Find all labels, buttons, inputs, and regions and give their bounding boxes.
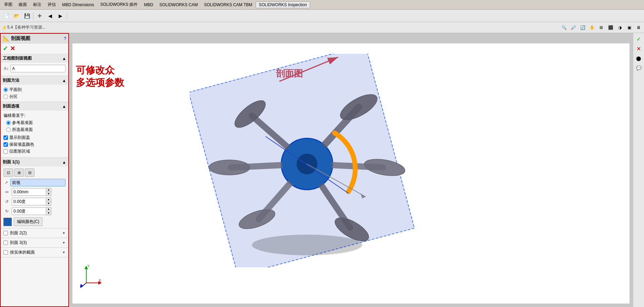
section-engineering-label: 工程图剖面视图 — [3, 55, 32, 61]
menu-mbd-dim[interactable]: MBD Dimensions — [59, 2, 97, 8]
chk-keep-color[interactable]: 保留项盖颜色 — [3, 142, 66, 147]
annotation-line1: 可修改众 — [76, 64, 124, 76]
chk-show-cap-input[interactable] — [3, 135, 8, 140]
plane-field-input[interactable] — [10, 179, 66, 186]
tb-new-btn[interactable]: 📄 — [1, 11, 11, 21]
tb-arrow-left-btn[interactable]: ◀ — [45, 11, 55, 21]
confirm-button[interactable]: ✓ — [3, 45, 8, 52]
chk-cut2[interactable] — [3, 231, 8, 235]
radio-ref-plane-input[interactable] — [6, 121, 11, 125]
radio-zone-cut[interactable]: 分区 — [3, 94, 66, 100]
offset3-spin-up[interactable]: ▲ — [46, 207, 51, 211]
tb-arrow-right-btn[interactable]: ▶ — [56, 11, 65, 21]
section-cut2[interactable]: 剖面 2(2) ▼ — [1, 228, 68, 238]
right-cancel-icon[interactable]: ✕ — [634, 44, 643, 53]
s1-ref-btn[interactable]: ⊟ — [25, 168, 34, 177]
svg-text:Y: Y — [87, 264, 90, 268]
section-cut1-content: ⊡ ⊞ ⊟ ↗ ⇔ ▲ ▼ — [1, 166, 68, 228]
right-panel: ✓ ✕ ⬤ 💬 — [633, 33, 644, 307]
cancel-button[interactable]: ✕ — [10, 45, 15, 52]
section-solid[interactable]: 按实体的截面 ▼ — [1, 248, 68, 257]
view-icon-zoom[interactable]: 🔎 — [569, 23, 577, 32]
radio-plane-cut[interactable]: 平面剖 — [3, 87, 66, 93]
color-row: 编辑颜色(C) — [3, 217, 66, 226]
chk-cut3[interactable] — [3, 241, 8, 245]
section-engineering-chevron: ▲ — [62, 56, 66, 61]
offset1-spin-down[interactable]: ▼ — [46, 192, 51, 196]
right-circle-icon[interactable]: ⬤ — [634, 54, 643, 63]
chk-show-cap[interactable]: 显示剖面盖 — [3, 135, 66, 141]
panel-title: 📐 剖面视图 — [3, 35, 30, 42]
menu-biaozu[interactable]: 标注 — [30, 1, 44, 8]
section-engineering: 工程图剖面视图 ▲ A↕ — [1, 54, 68, 76]
view-icon-pan[interactable]: ✋ — [588, 23, 596, 32]
section-cut1-header[interactable]: 剖面 1(1) ▲ — [1, 158, 68, 166]
radio-plane-cut-input[interactable] — [3, 88, 8, 92]
offset1-input[interactable] — [12, 188, 46, 196]
menu-sw-cam[interactable]: SOLIDWORKS CAM — [157, 2, 200, 8]
section-cut3-chevron: ▼ — [62, 241, 66, 245]
menu-mbd[interactable]: MBD — [141, 2, 156, 8]
section-cut3-left: 剖面 3(3) — [3, 240, 27, 246]
radio-sel-plane[interactable]: 所选基准面 — [6, 127, 66, 133]
radio-zone-cut-input[interactable] — [3, 94, 8, 99]
annotation-line2: 多选项参数 — [76, 76, 124, 89]
offset3-spinner[interactable]: ▲ ▼ — [46, 207, 51, 215]
section-cut1-label: 剖面 1(1) — [3, 159, 20, 165]
section-cutmethod-chevron: ▲ — [62, 78, 66, 83]
offset2-spin-down[interactable]: ▼ — [46, 202, 51, 205]
tb-crosshair-btn[interactable]: ✛ — [35, 11, 44, 21]
edit-color-button[interactable]: 编辑颜色(C) — [14, 217, 42, 226]
view-icon-section[interactable]: ◑ — [616, 23, 624, 32]
offset2-input[interactable] — [12, 198, 46, 205]
view-icon-display[interactable]: 🖥 — [634, 23, 643, 32]
section-cutoptions-header[interactable]: 剖面选项 ▲ — [1, 102, 68, 111]
menu-caotu[interactable]: 草图 — [1, 1, 15, 8]
menu-bar: 草图 曲面 标注 评估 MBD Dimensions SOLIDWORKS 插件… — [0, 0, 644, 10]
section-engineering-header[interactable]: 工程图剖面视图 ▲ — [1, 54, 68, 63]
offset2-spin-up[interactable]: ▲ — [46, 198, 51, 202]
menu-sw-inspection[interactable]: SOLIDWORKS Inspection — [256, 1, 310, 8]
view-icon-3d[interactable]: ⬛ — [606, 23, 615, 32]
view-icon-search[interactable]: 🔍 — [560, 23, 568, 32]
tb-separator1 — [33, 12, 33, 20]
tb-open-btn[interactable]: 📂 — [12, 11, 21, 21]
chk-outline-only-input[interactable] — [3, 149, 8, 154]
menu-sw-plugin[interactable]: SOLIDWORKS 插件 — [98, 1, 141, 8]
annotation-text: 可修改众 多选项参数 — [76, 64, 124, 89]
offset1-spin-up[interactable]: ▲ — [46, 188, 51, 192]
s1-front-btn[interactable]: ⊡ — [3, 168, 13, 177]
radio-ref-plane[interactable]: 参考基准面 — [6, 120, 66, 126]
chk-keep-color-input[interactable] — [3, 142, 8, 147]
chk-outline-only[interactable]: 仅图形区域 — [3, 149, 66, 154]
panel-help-icon[interactable]: ? — [64, 36, 66, 41]
radio-sel-plane-input[interactable] — [6, 127, 11, 132]
right-chat-icon[interactable]: 💬 — [634, 63, 643, 72]
canvas-area: 可修改众 多选项参数 剖面图 — [69, 33, 633, 307]
view-icon-rotate[interactable]: 🔄 — [578, 23, 587, 32]
view-icon-shading[interactable]: ▣ — [625, 23, 633, 32]
section-cut1: 剖面 1(1) ▲ ⊡ ⊞ ⊟ ↗ ⇔ — [1, 158, 68, 228]
section-cut3[interactable]: 剖面 3(3) ▼ — [1, 238, 68, 248]
tb-separator2 — [67, 12, 67, 20]
menu-pinggu[interactable]: 评估 — [45, 1, 59, 8]
chk-solid[interactable] — [3, 250, 8, 255]
menu-sw-cam-tbm[interactable]: SOLIDWORKS CAM TBM — [201, 2, 255, 8]
color-swatch — [3, 218, 12, 226]
view-icon-fit[interactable]: ⊞ — [597, 23, 605, 32]
offset3-input[interactable] — [12, 207, 46, 215]
offset1-spinner[interactable]: ▲ ▼ — [46, 188, 51, 196]
section-cut1-chevron: ▲ — [62, 160, 66, 165]
section-cut2-label: 剖面 2(2) — [10, 230, 27, 236]
s1-top-btn[interactable]: ⊞ — [14, 168, 24, 177]
section-cutmethod-header[interactable]: 剖面方法 ▲ — [1, 76, 68, 85]
field-A-input[interactable] — [10, 65, 66, 72]
left-panel: 📐 剖面视图 ? ✓ ✕ 工程图剖面视图 ▲ A↕ — [0, 33, 69, 307]
offset3-spin-down[interactable]: ▼ — [46, 211, 51, 215]
svg-text:X: X — [99, 279, 101, 283]
right-confirm-icon[interactable]: ✓ — [634, 34, 643, 43]
offset2-spinner[interactable]: ▲ ▼ — [46, 197, 51, 206]
tb-save-btn[interactable]: 💾 — [22, 11, 32, 21]
section-cutoptions-label: 剖面选项 — [3, 103, 19, 109]
menu-qumian[interactable]: 曲面 — [16, 1, 30, 8]
